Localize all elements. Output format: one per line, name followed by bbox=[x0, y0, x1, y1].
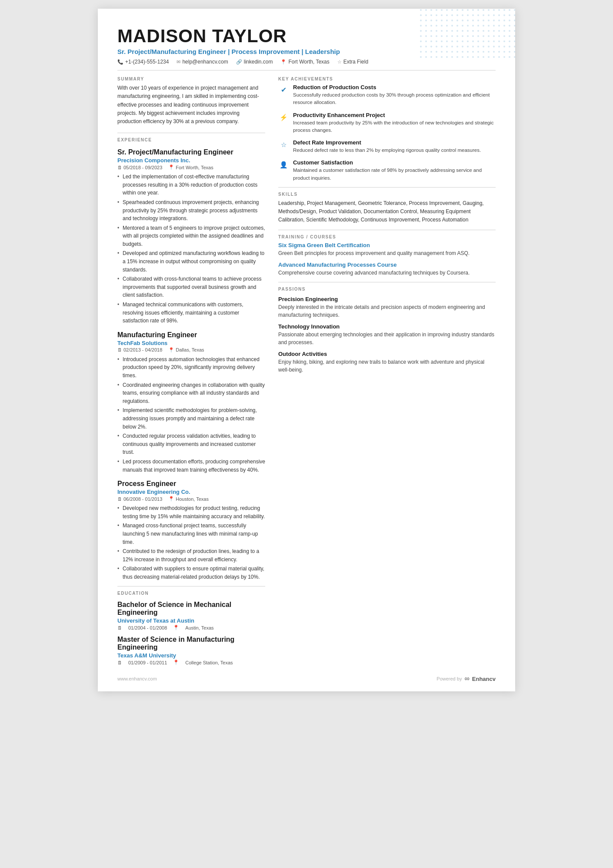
summary-section: SUMMARY With over 10 years of experience… bbox=[117, 77, 265, 126]
degree-1-meta: 🗓 01/2004 - 01/2008 📍 Austin, Texas bbox=[117, 625, 265, 630]
job-2-dates: 🗓 02/2013 - 04/2018 bbox=[117, 347, 162, 352]
passion-2: Technology Innovation Passionate about e… bbox=[278, 323, 496, 346]
achievement-1: ✔ Reduction of Production Costs Successf… bbox=[278, 84, 496, 107]
person-icon: 👤 bbox=[278, 160, 289, 170]
course-2-desc: Comprehensive course covering advanced m… bbox=[278, 269, 496, 277]
achievement-4-content: Customer Satisfaction Maintained a custo… bbox=[293, 159, 496, 182]
location-icon: 📍 bbox=[168, 496, 174, 502]
passion-3-desc: Enjoy hiking, biking, and exploring new … bbox=[278, 358, 496, 374]
bullet-item: Developed new methodologies for product … bbox=[117, 504, 265, 520]
passion-2-title: Technology Innovation bbox=[278, 323, 496, 330]
linkedin-icon: 🔗 bbox=[236, 59, 242, 65]
course-1-desc: Green Belt principles for process improv… bbox=[278, 249, 496, 257]
degree-1-title: Bachelor of Science in Mechanical Engine… bbox=[117, 601, 265, 617]
education-section: EDUCATION Bachelor of Science in Mechani… bbox=[117, 591, 265, 665]
powered-by-text: Powered by bbox=[436, 676, 462, 681]
passion-2-desc: Passionate about emerging technologies a… bbox=[278, 331, 496, 346]
location-icon: 📍 bbox=[173, 660, 179, 665]
header: MADISON TAYLOR Sr. Project/Manufacturing… bbox=[117, 26, 496, 65]
calendar-icon: 🗓 bbox=[117, 165, 122, 170]
passion-3: Outdoor Activities Enjoy hiking, biking,… bbox=[278, 351, 496, 374]
location-icon: 📍 bbox=[168, 347, 174, 353]
header-divider bbox=[117, 70, 496, 70]
degree-2-school: Texas A&M University bbox=[117, 652, 265, 659]
achievements-divider bbox=[278, 187, 496, 188]
achievement-1-content: Reduction of Production Costs Successful… bbox=[293, 84, 496, 107]
job-1-bullets: Led the implementation of cost-effective… bbox=[117, 173, 265, 325]
resume-page: MADISON TAYLOR Sr. Project/Manufacturing… bbox=[98, 9, 515, 691]
bullet-item: Managed cross-functional project teams, … bbox=[117, 522, 265, 546]
achievement-1-desc: Successfully reduced production costs by… bbox=[293, 91, 496, 107]
contact-linkedin: 🔗 linkedin.com bbox=[236, 59, 273, 65]
calendar-icon: 🗓 bbox=[117, 496, 122, 502]
achievement-3-title: Defect Rate Improvement bbox=[293, 139, 481, 146]
achievement-1-title: Reduction of Production Costs bbox=[293, 84, 496, 90]
job-2-meta: 🗓 02/2013 - 04/2018 📍 Dallas, Texas bbox=[117, 347, 265, 353]
calendar-icon: 🗓 bbox=[117, 347, 122, 352]
skills-text: Leadership, Project Management, Geometri… bbox=[278, 199, 496, 225]
enhancv-infinity-icon: ∞ bbox=[464, 675, 469, 683]
training-divider bbox=[278, 282, 496, 282]
job-1: Sr. Project/Manufacturing Engineer Preci… bbox=[117, 148, 265, 325]
achievements-label: KEY ACHIEVEMENTS bbox=[278, 77, 496, 81]
bullet-item: Managed technical communications with cu… bbox=[117, 301, 265, 325]
job-3-company: Innovative Engineering Co. bbox=[117, 489, 265, 495]
enhancv-brand-name: Enhancv bbox=[472, 676, 496, 682]
footer: www.enhancv.com Powered by ∞ Enhancv bbox=[117, 675, 496, 683]
job-1-meta: 🗓 05/2018 - 09/2023 📍 Fort Worth, Texas bbox=[117, 164, 265, 170]
passion-1-desc: Deeply interested in the intricate detai… bbox=[278, 303, 496, 319]
skills-label: SKILLS bbox=[278, 192, 496, 197]
achievement-2-title: Productivity Enhancement Project bbox=[293, 112, 496, 118]
location-icon: 📍 bbox=[173, 625, 179, 630]
bullet-item: Implemented scientific methodologies for… bbox=[117, 406, 265, 431]
job-3: Process Engineer Innovative Engineering … bbox=[117, 480, 265, 581]
achievement-3-content: Defect Rate Improvement Reduced defect r… bbox=[293, 139, 481, 154]
achievement-3: ☆ Defect Rate Improvement Reduced defect… bbox=[278, 139, 496, 154]
course-1: Six Sigma Green Belt Certification Green… bbox=[278, 242, 496, 257]
job-3-title: Process Engineer bbox=[117, 480, 265, 488]
bullet-item: Led the implementation of cost-effective… bbox=[117, 173, 265, 197]
passions-label: PASSIONS bbox=[278, 287, 496, 292]
email-text: help@enhancv.com bbox=[182, 59, 228, 65]
bullet-item: Developed and optimized manufacturing wo… bbox=[117, 249, 265, 274]
training-section: TRAINING / COURSES Six Sigma Green Belt … bbox=[278, 235, 496, 277]
extra-text: Extra Field bbox=[343, 59, 368, 65]
job-3-meta: 🗓 06/2008 - 01/2013 📍 Houston, Texas bbox=[117, 496, 265, 502]
summary-label: SUMMARY bbox=[117, 77, 265, 81]
location-icon: 📍 bbox=[280, 59, 287, 65]
footer-brand: Powered by ∞ Enhancv bbox=[436, 675, 496, 683]
contact-bar: 📞 +1-(234)-555-1234 ✉ help@enhancv.com 🔗… bbox=[117, 59, 496, 65]
achievement-2: ⚡ Productivity Enhancement Project Incre… bbox=[278, 112, 496, 134]
achievements-section: KEY ACHIEVEMENTS ✔ Reduction of Producti… bbox=[278, 77, 496, 182]
job-1-company: Precision Components Inc. bbox=[117, 157, 265, 164]
bullet-item: Collaborated with suppliers to ensure op… bbox=[117, 565, 265, 581]
bullet-item: Coordinated engineering changes in colla… bbox=[117, 381, 265, 406]
skills-section: SKILLS Leadership, Project Management, G… bbox=[278, 192, 496, 225]
star-outline-icon: ☆ bbox=[278, 140, 289, 150]
candidate-name: MADISON TAYLOR bbox=[117, 26, 496, 46]
course-1-title: Six Sigma Green Belt Certification bbox=[278, 242, 496, 248]
course-2-title: Advanced Manufacturing Processes Course bbox=[278, 261, 496, 268]
summary-text: With over 10 years of experience in proj… bbox=[117, 84, 265, 126]
degree-2-title: Master of Science in Manufacturing Engin… bbox=[117, 636, 265, 651]
passion-1-title: Precision Engineering bbox=[278, 296, 496, 302]
achievement-3-desc: Reduced defect rate to less than 2% by e… bbox=[293, 147, 481, 154]
passion-3-title: Outdoor Activities bbox=[278, 351, 496, 357]
calendar-icon: 🗓 bbox=[117, 660, 122, 665]
calendar-icon: 🗓 bbox=[117, 625, 122, 630]
education-label: EDUCATION bbox=[117, 591, 265, 596]
degree-1-school: University of Texas at Austin bbox=[117, 617, 265, 624]
job-2-location: 📍 Dallas, Texas bbox=[168, 347, 204, 353]
degree-1: Bachelor of Science in Mechanical Engine… bbox=[117, 601, 265, 630]
location-icon: 📍 bbox=[168, 164, 174, 170]
candidate-subtitle: Sr. Project/Manufacturing Engineer | Pro… bbox=[117, 48, 496, 55]
main-content: SUMMARY With over 10 years of experience… bbox=[117, 77, 496, 665]
job-2: Manufacturing Engineer TechFab Solutions… bbox=[117, 331, 265, 474]
check-icon: ✔ bbox=[278, 84, 289, 95]
job-1-dates: 🗓 05/2018 - 09/2023 bbox=[117, 165, 162, 170]
phone-text: +1-(234)-555-1234 bbox=[125, 59, 169, 65]
phone-icon: 📞 bbox=[117, 59, 123, 65]
linkedin-text: linkedin.com bbox=[244, 59, 273, 65]
right-column: KEY ACHIEVEMENTS ✔ Reduction of Producti… bbox=[278, 77, 496, 665]
job-2-bullets: Introduced process automation technologi… bbox=[117, 355, 265, 474]
